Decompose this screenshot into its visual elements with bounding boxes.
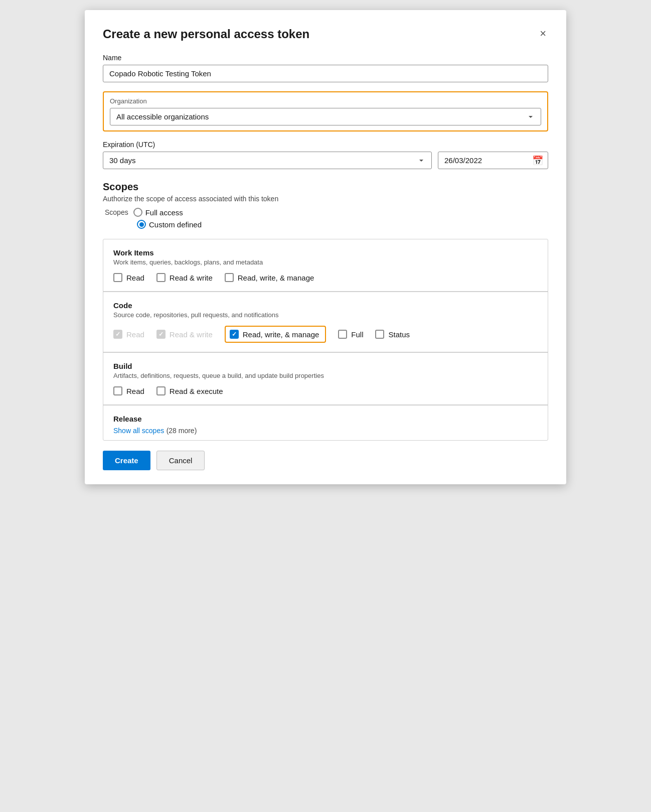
radio-full-access[interactable] xyxy=(133,208,142,217)
expiration-row: 30 days 60 days 90 days 180 days 1 year … xyxy=(103,152,548,169)
modal-header: Create a new personal access token × xyxy=(103,26,548,42)
scope-item-work-items: Work Items Work items, queries, backlogs… xyxy=(103,239,548,292)
code-read-write: Read & write xyxy=(156,330,213,339)
work-items-desc: Work items, queries, backlogs, plans, an… xyxy=(113,258,538,266)
radio-custom-defined[interactable] xyxy=(137,220,146,229)
work-items-read[interactable]: Read xyxy=(113,273,144,282)
work-items-read-write-label: Read & write xyxy=(170,274,213,282)
scopes-list: Work Items Work items, queries, backlogs… xyxy=(103,239,548,441)
release-section: Release Show all scopes (28 more) xyxy=(103,405,548,440)
code-read-write-manage-wrapper[interactable]: Read, write, & manage xyxy=(225,326,327,343)
expiration-label: Expiration (UTC) xyxy=(103,141,548,149)
code-desc: Source code, repositories, pull requests… xyxy=(113,311,538,319)
work-items-read-write-manage[interactable]: Read, write, & manage xyxy=(225,273,314,282)
code-full-checkbox[interactable] xyxy=(338,330,347,339)
code-status[interactable]: Status xyxy=(375,330,410,339)
release-title: Release xyxy=(113,415,538,423)
expiration-field-group: Expiration (UTC) 30 days 60 days 90 days… xyxy=(103,141,548,169)
code-read-label: Read xyxy=(126,330,144,339)
cancel-button[interactable]: Cancel xyxy=(156,451,205,470)
radio-custom-defined-label: Custom defined xyxy=(149,220,202,229)
name-field-group: Name xyxy=(103,54,548,82)
footer-buttons: Create Cancel xyxy=(103,451,548,470)
create-button[interactable]: Create xyxy=(103,451,150,470)
code-checkboxes: Read Read & write Read, write, & manage … xyxy=(113,326,538,343)
more-count: (28 more) xyxy=(167,427,197,435)
code-read-write-manage-checkbox[interactable] xyxy=(230,330,239,339)
code-read-checkbox xyxy=(113,330,122,339)
work-items-read-write-manage-label: Read, write, & manage xyxy=(238,274,314,282)
scope-item-build: Build Artifacts, definitions, requests, … xyxy=(103,353,548,405)
build-desc: Artifacts, definitions, requests, queue … xyxy=(113,372,538,379)
build-read-execute-label: Read & execute xyxy=(170,387,223,395)
scopes-radio-label: Scopes xyxy=(105,208,128,216)
build-read-label: Read xyxy=(126,387,144,395)
build-read-execute-checkbox[interactable] xyxy=(156,386,166,395)
exp-days-wrapper: 30 days 60 days 90 days 180 days 1 year … xyxy=(103,152,432,169)
exp-days-select[interactable]: 30 days 60 days 90 days 180 days 1 year … xyxy=(103,152,432,169)
close-button[interactable]: × xyxy=(538,26,548,41)
show-all-row: Show all scopes (28 more) xyxy=(113,426,538,435)
work-items-read-checkbox[interactable] xyxy=(113,273,122,282)
date-input-wrapper: 📅 xyxy=(438,152,548,169)
build-read[interactable]: Read xyxy=(113,386,144,395)
code-title: Code xyxy=(113,301,538,310)
work-items-title: Work Items xyxy=(113,248,538,257)
name-label: Name xyxy=(103,54,548,62)
modal-container: Create a new personal access token × Nam… xyxy=(85,10,566,484)
work-items-checkboxes: Read Read & write Read, write, & manage xyxy=(113,273,538,282)
code-read-write-manage-label: Read, write, & manage xyxy=(243,330,319,339)
code-full-label: Full xyxy=(351,330,363,339)
work-items-read-write[interactable]: Read & write xyxy=(156,273,213,282)
build-title: Build xyxy=(113,362,538,370)
work-items-read-write-checkbox[interactable] xyxy=(156,273,166,282)
org-label: Organization xyxy=(110,97,541,105)
scope-item-code: Code Source code, repositories, pull req… xyxy=(103,292,548,352)
modal-title: Create a new personal access token xyxy=(103,26,309,42)
code-full[interactable]: Full xyxy=(338,330,363,339)
build-checkboxes: Read Read & execute xyxy=(113,386,538,395)
scope-radios: Scopes Full access Custom defined xyxy=(103,208,548,229)
scopes-section: Scopes Authorize the scope of access ass… xyxy=(103,181,548,229)
code-read-write-checkbox xyxy=(156,330,166,339)
work-items-read-write-manage-checkbox[interactable] xyxy=(225,273,234,282)
radio-full-access-label: Full access xyxy=(145,208,183,217)
code-read: Read xyxy=(113,330,144,339)
code-read-write-label: Read & write xyxy=(170,330,213,339)
org-field-wrapper: Organization All accessible organization… xyxy=(103,91,548,131)
scopes-title: Scopes xyxy=(103,181,548,193)
date-input[interactable] xyxy=(438,152,548,169)
name-input[interactable] xyxy=(103,65,548,82)
org-select[interactable]: All accessible organizations xyxy=(110,108,541,125)
build-read-execute[interactable]: Read & execute xyxy=(156,386,223,395)
show-all-scopes-link[interactable]: Show all scopes xyxy=(113,427,164,435)
code-status-checkbox[interactable] xyxy=(375,330,384,339)
work-items-read-label: Read xyxy=(126,274,144,282)
exp-date-wrapper: 📅 xyxy=(438,152,548,169)
build-read-checkbox[interactable] xyxy=(113,386,122,395)
scopes-desc: Authorize the scope of access associated… xyxy=(103,195,548,203)
code-status-label: Status xyxy=(388,330,410,339)
